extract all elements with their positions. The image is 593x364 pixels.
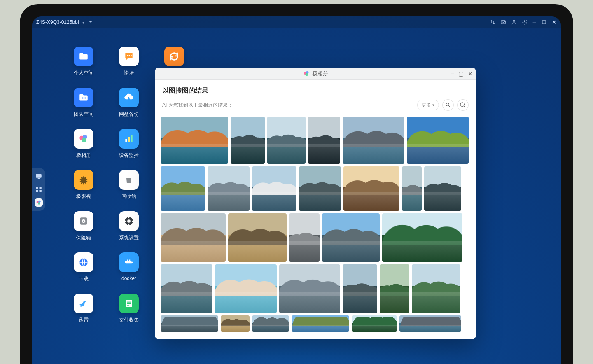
window-titlebar[interactable]: 极相册 − ▢ ✕ xyxy=(155,68,476,80)
dock-desktop-icon[interactable] xyxy=(35,172,43,180)
result-thumbnail[interactable] xyxy=(402,166,422,211)
result-thumbnail[interactable] xyxy=(352,315,397,332)
gallery-window: 极相册 − ▢ ✕ 以图搜图的结果 AI 为您找到以下最相近的结果： xyxy=(155,68,476,339)
desktop-app-download[interactable]: 下载 xyxy=(61,252,106,294)
result-thumbnail[interactable] xyxy=(252,166,296,211)
svg-point-1 xyxy=(513,20,515,22)
desktop-app-team-space[interactable]: 团队空间 xyxy=(61,88,106,129)
close-icon[interactable]: ✕ xyxy=(552,19,557,26)
svg-point-2 xyxy=(524,21,525,23)
desktop-app-settings[interactable]: 系统设置 xyxy=(106,211,152,252)
result-thumbnail[interactable] xyxy=(161,166,205,211)
result-thumbnail[interactable] xyxy=(407,117,469,164)
desktop-app-video[interactable]: 极影视 xyxy=(61,170,106,211)
device-monitor-icon xyxy=(119,129,139,149)
gallery-app-icon xyxy=(74,129,93,149)
result-thumbnail[interactable] xyxy=(382,213,462,262)
app-label: 极相册 xyxy=(76,152,91,159)
result-thumbnail[interactable] xyxy=(343,166,399,211)
desktop-app-vault[interactable]: 保险箱 xyxy=(61,211,106,252)
device-name-label[interactable]: Z4S-X9Q3-0125bbf xyxy=(36,19,79,25)
vault-icon xyxy=(74,211,93,231)
result-thumbnail[interactable] xyxy=(252,315,289,332)
desktop-app-trash[interactable]: 回收站 xyxy=(106,170,152,211)
desktop-app-gallery-app[interactable]: 极相册 xyxy=(61,129,106,170)
result-title: 以图搜图的结果 xyxy=(162,86,469,95)
result-thumbnail[interactable] xyxy=(343,117,404,164)
desktop-app-xunlei[interactable]: 迅雷 xyxy=(61,294,106,335)
desktop-app-personal-space[interactable]: 个人空间 xyxy=(61,47,106,88)
cloud-backup-icon xyxy=(119,88,139,107)
svg-point-14 xyxy=(129,55,130,56)
svg-rect-5 xyxy=(38,178,40,179)
result-thumbnail[interactable] xyxy=(221,315,250,332)
result-thumbnail[interactable] xyxy=(289,213,320,262)
docker-icon xyxy=(119,252,139,272)
result-thumbnail[interactable] xyxy=(161,117,228,164)
personal-space-icon xyxy=(74,47,93,66)
user-icon[interactable] xyxy=(511,19,517,25)
desktop-app-device-monitor[interactable]: 设备监控 xyxy=(106,129,152,170)
file-collect-icon xyxy=(119,294,139,313)
svg-rect-38 xyxy=(127,260,128,261)
svg-point-48 xyxy=(460,103,464,106)
window-title: 极相册 xyxy=(312,70,328,77)
dock-gallery-icon[interactable] xyxy=(35,198,43,207)
svg-rect-7 xyxy=(40,187,42,189)
result-thumbnail[interactable] xyxy=(322,213,380,262)
app-label: 设备监控 xyxy=(119,152,139,159)
app-label: 个人空间 xyxy=(74,70,93,77)
window-maximize-button[interactable]: ▢ xyxy=(458,71,464,77)
svg-rect-42 xyxy=(127,303,131,304)
svg-rect-6 xyxy=(36,187,38,189)
forum-icon xyxy=(119,47,139,66)
window-minimize-button[interactable]: − xyxy=(451,71,454,77)
chevron-down-icon[interactable]: ▾ xyxy=(82,20,84,25)
mail-icon[interactable] xyxy=(500,19,506,25)
result-thumbnail[interactable] xyxy=(308,117,340,164)
zoom-small-button[interactable] xyxy=(442,99,454,111)
chevron-down-icon: ▾ xyxy=(432,103,434,107)
app-label: 团队空间 xyxy=(74,111,93,118)
app-label: 文件收集 xyxy=(119,317,139,324)
result-thumbnail[interactable] xyxy=(267,117,306,164)
svg-point-11 xyxy=(38,201,40,203)
svg-point-18 xyxy=(85,97,86,98)
result-thumbnail[interactable] xyxy=(343,264,377,313)
zoom-large-button[interactable] xyxy=(457,99,469,111)
result-thumbnail[interactable] xyxy=(299,166,341,211)
system-topbar: Z4S-X9Q3-0125bbf ▾ − ✕ xyxy=(32,16,561,28)
desktop-app-forum[interactable]: 论坛 xyxy=(106,47,152,88)
result-thumbnail[interactable] xyxy=(161,264,212,313)
result-thumbnail[interactable] xyxy=(161,315,218,332)
result-thumbnail[interactable] xyxy=(292,315,349,332)
result-thumbnail[interactable] xyxy=(228,213,287,262)
desktop-app-file-collect[interactable]: 文件收集 xyxy=(106,294,152,335)
more-dropdown[interactable]: 更多 ▾ xyxy=(417,100,439,110)
window-close-button[interactable]: ✕ xyxy=(468,71,473,77)
result-thumbnail[interactable] xyxy=(231,117,265,164)
svg-rect-23 xyxy=(128,137,130,142)
result-thumbnail[interactable] xyxy=(279,264,340,313)
minimize-icon[interactable]: − xyxy=(532,19,536,26)
result-thumbnail[interactable] xyxy=(380,264,409,313)
app-label: 保险箱 xyxy=(76,234,91,241)
result-thumbnail[interactable] xyxy=(412,264,460,313)
desktop-app-cloud-backup[interactable]: 网盘备份 xyxy=(106,88,152,129)
svg-rect-33 xyxy=(132,221,134,222)
result-thumbnail[interactable] xyxy=(161,213,226,262)
gear-icon[interactable] xyxy=(522,19,528,25)
app-label: 极影视 xyxy=(76,193,91,200)
result-thumbnail[interactable] xyxy=(208,166,250,211)
dock-apps-icon[interactable] xyxy=(35,185,43,194)
result-thumbnail[interactable] xyxy=(215,264,277,313)
transfer-icon[interactable] xyxy=(490,19,495,25)
result-thumbnail[interactable] xyxy=(424,166,461,211)
app-logo-icon xyxy=(303,70,310,77)
svg-rect-30 xyxy=(128,216,129,218)
team-space-icon xyxy=(74,88,93,107)
maximize-icon[interactable] xyxy=(541,19,547,25)
result-thumbnail[interactable] xyxy=(399,315,461,332)
desktop-app-docker[interactable]: docker xyxy=(106,252,152,294)
svg-point-46 xyxy=(305,73,308,76)
